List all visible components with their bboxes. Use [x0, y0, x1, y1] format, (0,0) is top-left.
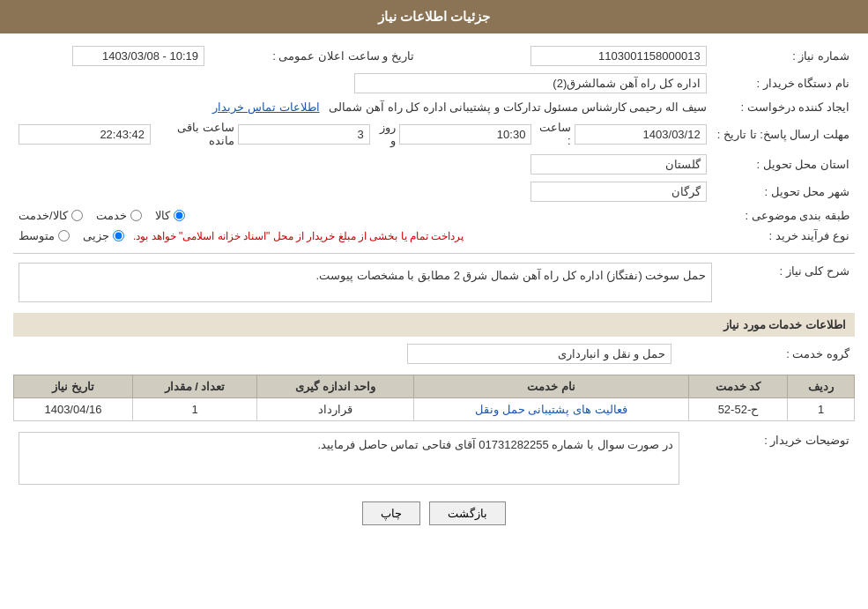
- announce-value: 1403/03/08 - 10:19: [13, 42, 210, 70]
- buyer-org-row: نام دستگاه خريدار : اداره کل راه آهن شما…: [13, 70, 855, 97]
- cell-date: 1403/04/16: [14, 398, 133, 421]
- creator-label: ايجاد کننده درخواست :: [712, 97, 855, 117]
- cell-qty: 1: [132, 398, 256, 421]
- deadline-suffix-text: ساعت باقی مانده: [154, 121, 234, 147]
- category-radio-kala-khedmat[interactable]: [71, 210, 83, 221]
- province-label: استان محل تحويل :: [712, 151, 855, 178]
- need-desc-text: حمل سوخت (نفتگاز) اداره کل راه آهن شمال …: [316, 269, 706, 282]
- purchase-notice: پرداخت تمام يا بخشی از مبلغ خريدار از مح…: [133, 230, 464, 242]
- deadline-value: 22:43:42 ساعت باقی مانده 3 روز و 10:30 س…: [13, 117, 712, 151]
- service-group-label: گروه خدمت :: [677, 340, 855, 368]
- back-button[interactable]: بازگشت: [429, 501, 506, 525]
- cell-rownum: 1: [788, 398, 855, 421]
- province-value: گلستان: [13, 151, 712, 178]
- contact-link[interactable]: اطلاعات تماس خريدار: [212, 100, 319, 114]
- buyer-org-label: نام دستگاه خريدار :: [712, 70, 855, 97]
- city-row: شهر محل تحويل : گرگان: [13, 178, 855, 205]
- category-radio-kala[interactable]: [174, 210, 185, 221]
- category-option-kala-khedmat-label: کالا/خدمت: [19, 209, 68, 222]
- buyer-org-display: اداره کل راه آهن شمالشرق(2): [354, 73, 707, 93]
- deadline-days-label: روز و: [374, 121, 397, 147]
- need-number-display: 1103001158000013: [530, 46, 707, 66]
- cell-name: فعاليت های پشتيبانی حمل ونقل: [414, 398, 688, 421]
- service-group-table: گروه خدمت : حمل و نقل و انبارداری: [13, 340, 855, 368]
- purchase-option-jozi: جزيی: [83, 229, 124, 242]
- announce-display: 1403/03/08 - 10:19: [72, 46, 204, 66]
- category-value: کالا/خدمت خدمت کالا: [13, 205, 712, 226]
- category-radio-khedmat[interactable]: [130, 210, 142, 221]
- purchase-radio-group: متوسط جزيی: [19, 229, 124, 242]
- services-data-table: رديف کد خدمت نام خدمت واحد اندازه گيری ت…: [13, 375, 855, 421]
- buyer-desc-row: توضيحات خريدار : در صورت سوال با شماره 0…: [13, 428, 855, 488]
- deadline-days-display: 3: [238, 124, 370, 145]
- buyer-desc-text: در صورت سوال با شماره 01731282255 آقای ف…: [318, 438, 673, 451]
- buyer-org-value: اداره کل راه آهن شمالشرق(2): [13, 70, 712, 97]
- purchase-type-container: متوسط جزيی پرداخت تمام يا بخشی از مبلغ خ…: [19, 229, 707, 242]
- buyer-desc-table: توضيحات خريدار : در صورت سوال با شماره 0…: [13, 428, 855, 488]
- main-info-table: شماره نياز : 1103001158000013 تاريخ و سا…: [13, 42, 855, 246]
- need-desc-table: شرح کلی نياز : حمل سوخت (نفتگاز) اداره ک…: [13, 259, 855, 306]
- city-value: گرگان: [13, 178, 712, 205]
- purchase-option-jozi-label: جزيی: [83, 229, 109, 242]
- purchase-option-mutawaset-label: متوسط: [19, 229, 55, 242]
- service-group-row: گروه خدمت : حمل و نقل و انبارداری: [13, 340, 855, 368]
- need-desc-display: حمل سوخت (نفتگاز) اداره کل راه آهن شمال …: [19, 263, 712, 302]
- deadline-row: مهلت ارسال پاسخ: تا تاريخ : 22:43:42 ساع…: [13, 117, 855, 151]
- cell-unit: قرارداد: [257, 398, 414, 421]
- category-option-kala: کالا: [155, 209, 185, 222]
- creator-text: سيف اله رحيمی کارشناس مسئول تدارکات و پش…: [329, 100, 706, 114]
- creator-value: سيف اله رحيمی کارشناس مسئول تدارکات و پش…: [13, 97, 712, 117]
- deadline-label: مهلت ارسال پاسخ: تا تاريخ :: [712, 117, 855, 151]
- col-header-date: تاريخ نياز: [14, 375, 133, 398]
- need-number-row: شماره نياز : 1103001158000013 تاريخ و سا…: [13, 42, 855, 70]
- button-group: بازگشت چاپ: [13, 501, 855, 525]
- page-container: جزئيات اطلاعات نياز شماره نياز : 1103001…: [0, 0, 868, 609]
- table-header-row: رديف کد خدمت نام خدمت واحد اندازه گيری ت…: [14, 375, 855, 398]
- purchase-type-label: نوع فرآيند خريد :: [712, 226, 855, 246]
- need-number-label: شماره نياز :: [712, 42, 855, 70]
- province-row: استان محل تحويل : گلستان: [13, 151, 855, 178]
- category-option-khedmat: خدمت: [96, 209, 142, 222]
- col-header-unit: واحد اندازه گيری: [257, 375, 414, 398]
- buyer-desc-display: در صورت سوال با شماره 01731282255 آقای ف…: [19, 432, 679, 485]
- service-group-value: حمل و نقل و انبارداری: [13, 340, 677, 368]
- col-header-rownum: رديف: [788, 375, 855, 398]
- need-desc-label: شرح کلی نياز :: [717, 259, 855, 306]
- buyer-desc-label: توضيحات خريدار :: [685, 428, 855, 488]
- services-section-header: اطلاعات خدمات مورد نياز: [13, 313, 855, 337]
- divider-1: [13, 253, 855, 254]
- service-group-display: حمل و نقل و انبارداری: [407, 344, 671, 364]
- province-display: گلستان: [530, 154, 707, 175]
- purchase-option-mutawaset: متوسط: [19, 229, 70, 242]
- deadline-time-label: ساعت :: [535, 121, 570, 147]
- purchase-type-row: نوع فرآيند خريد : متوسط جزيی: [13, 226, 855, 246]
- buyer-desc-value: در صورت سوال با شماره 01731282255 آقای ف…: [13, 428, 685, 488]
- category-radio-group: کالا/خدمت خدمت کالا: [19, 209, 707, 222]
- print-button[interactable]: چاپ: [362, 501, 420, 525]
- category-label: طبقه بندی موضوعی :: [712, 205, 855, 226]
- page-header: جزئيات اطلاعات نياز: [0, 0, 868, 33]
- need-number-value: 1103001158000013: [455, 42, 712, 70]
- need-desc-value: حمل سوخت (نفتگاز) اداره کل راه آهن شمال …: [13, 259, 717, 306]
- col-header-code: کد خدمت: [688, 375, 788, 398]
- deadline-remaining-display: 22:43:42: [19, 124, 151, 145]
- deadline-date-display: 1403/03/12: [575, 124, 707, 145]
- category-row: طبقه بندی موضوعی : کالا/خدمت خدمت: [13, 205, 855, 226]
- category-option-kala-khedmat: کالا/خدمت: [19, 209, 83, 222]
- need-desc-row: شرح کلی نياز : حمل سوخت (نفتگاز) اداره ک…: [13, 259, 855, 306]
- content-area: شماره نياز : 1103001158000013 تاريخ و سا…: [0, 33, 868, 547]
- page-title: جزئيات اطلاعات نياز: [378, 9, 490, 24]
- purchase-radio-jozi[interactable]: [113, 230, 124, 241]
- city-label: شهر محل تحويل :: [712, 178, 855, 205]
- deadline-time-display: 10:30: [399, 124, 531, 145]
- creator-row: ايجاد کننده درخواست : سيف اله رحيمی کارش…: [13, 97, 855, 117]
- deadline-time-row: 22:43:42 ساعت باقی مانده 3 روز و 10:30 س…: [19, 121, 707, 147]
- city-display: گرگان: [530, 182, 707, 202]
- col-header-qty: تعداد / مقدار: [132, 375, 256, 398]
- col-header-name: نام خدمت: [414, 375, 688, 398]
- purchase-type-value: متوسط جزيی پرداخت تمام يا بخشی از مبلغ خ…: [13, 226, 712, 246]
- announce-label: تاريخ و ساعت اعلان عمومی :: [210, 42, 419, 70]
- purchase-radio-mutawaset[interactable]: [58, 230, 70, 241]
- category-option-kala-label: کالا: [155, 209, 170, 222]
- cell-name-link[interactable]: فعاليت های پشتيبانی حمل ونقل: [475, 403, 627, 416]
